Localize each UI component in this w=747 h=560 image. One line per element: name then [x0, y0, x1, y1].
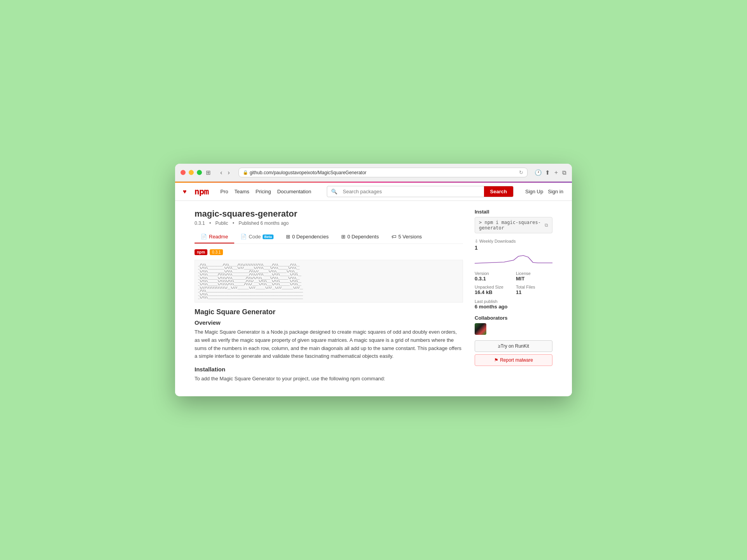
last-publish-section: Last publish 6 months ago	[475, 299, 552, 310]
nav-pricing[interactable]: Pricing	[256, 189, 271, 194]
new-tab-icon[interactable]: ＋	[553, 169, 559, 176]
total-files-meta-item: Total Files 11	[516, 285, 552, 295]
deps-icon: ⊞	[286, 234, 290, 240]
lock-icon: 🔒	[243, 170, 248, 175]
tab-readme-label: Readme	[209, 234, 228, 240]
report-btn-label: Report malware	[500, 357, 533, 363]
beta-badge: Beta	[263, 234, 274, 239]
overview-title: Overview	[195, 319, 463, 326]
npm-site: ♥ npm Pro Teams Pricing Documentation 🔍 …	[175, 183, 572, 396]
license-value: MIT	[516, 276, 552, 282]
traffic-light-green[interactable]	[197, 170, 202, 175]
pkg-published: Published 6 months ago	[238, 220, 289, 226]
install-label: Install	[475, 209, 552, 215]
version-value: 0.3.1	[475, 276, 511, 282]
nav-pro[interactable]: Pro	[220, 189, 228, 194]
versions-icon: 🏷	[391, 234, 396, 240]
collaborators-label: Collaborators	[475, 315, 552, 321]
npm-logo: npm	[195, 187, 209, 196]
pkg-bullet1: •	[209, 220, 211, 226]
tab-dependencies[interactable]: ⊞ 0 Dependencies	[280, 231, 335, 243]
sidebar-toggle-button[interactable]: ⊞	[205, 168, 212, 177]
installation-title: Installation	[195, 366, 463, 373]
history-icon[interactable]: 🕐	[535, 169, 542, 176]
tab-versions-label: 5 Versions	[398, 234, 422, 240]
total-files-label: Total Files	[516, 285, 552, 289]
last-publish-value: 6 months ago	[475, 304, 552, 310]
license-meta-item: License MIT	[516, 271, 552, 282]
npm-search-bar: 🔍 Search	[327, 186, 514, 197]
installation-text: To add the Magic Square Generator to you…	[195, 375, 463, 383]
traffic-light-red[interactable]	[181, 170, 186, 175]
weekly-downloads-label: ⇩ Weekly Downloads	[475, 239, 552, 244]
downloads-chart-svg	[475, 252, 552, 264]
collaborator-avatar[interactable]	[475, 323, 486, 335]
npm-content: magic-squares-generator 0.3.1 • Public •…	[195, 209, 463, 388]
share-icon[interactable]: ⬆	[545, 169, 550, 176]
last-publish-label: Last publish	[475, 299, 552, 304]
npm-auth-links: Sign Up Sign in	[525, 189, 563, 194]
npm-nav-links: Pro Teams Pricing Documentation	[220, 189, 311, 194]
address-bar[interactable]: 🔒 ↻	[238, 168, 528, 177]
browser-chrome: ⊞ ‹ › 🔒 ↻ 🕐 ⬆ ＋ ⧉	[175, 164, 572, 182]
package-meta: 0.3.1 • Public • Published 6 months ago	[195, 220, 463, 226]
browser-window: ⊞ ‹ › 🔒 ↻ 🕐 ⬆ ＋ ⧉ ♥	[175, 164, 572, 396]
badge-version: 0.3.1	[210, 249, 223, 255]
code-icon: 📄	[240, 234, 247, 240]
tab-versions[interactable]: 🏷 5 Versions	[385, 231, 428, 243]
browser-actions: 🕐 ⬆ ＋ ⧉	[535, 169, 566, 176]
sign-up-link[interactable]: Sign Up	[525, 189, 543, 194]
package-title: magic-squares-generator	[195, 209, 463, 219]
runkit-button[interactable]: ≥Try on RunKit	[475, 340, 552, 352]
install-box[interactable]: > npm i magic-squares-generator ⧉	[475, 217, 552, 233]
ascii-art-display: _/\\\__________/\\\_____/\\\/////////\\\…	[195, 260, 463, 303]
unpacked-size-value: 16.4 kB	[475, 289, 511, 295]
dependents-icon: ⊞	[341, 234, 345, 240]
copy-icon[interactable]: ⧉	[545, 222, 548, 228]
npm-top-nav: ♥ npm Pro Teams Pricing Documentation 🔍 …	[175, 183, 572, 201]
forward-button[interactable]: ›	[226, 168, 231, 177]
url-input[interactable]	[250, 170, 519, 175]
tab-dependents-label: 0 Dependents	[347, 234, 379, 240]
downloads-section: ⇩ Weekly Downloads 1	[475, 239, 552, 266]
tab-overview-icon[interactable]: ⧉	[562, 169, 566, 176]
tab-deps-label: 0 Dependencies	[292, 234, 329, 240]
tab-code[interactable]: 📄 Code Beta	[234, 231, 280, 243]
tab-code-label: Code	[249, 234, 261, 240]
refresh-icon[interactable]: ↻	[519, 170, 523, 175]
unpacked-size-meta-item: Unpacked Size 16.4 kB	[475, 285, 511, 295]
nav-documentation[interactable]: Documentation	[277, 189, 311, 194]
pkg-tabs: 📄 Readme 📄 Code Beta ⊞ 0 Dependencies ⊞	[195, 231, 463, 244]
back-button[interactable]: ‹	[219, 168, 224, 177]
collaborators-section: Collaborators	[475, 315, 552, 336]
install-section: Install > npm i magic-squares-generator …	[475, 209, 552, 233]
tab-readme[interactable]: 📄 Readme	[195, 231, 234, 243]
heart-icon: ♥	[183, 188, 187, 195]
search-button[interactable]: Search	[484, 186, 513, 197]
install-command: > npm i magic-squares-generator	[479, 220, 545, 231]
flag-icon: ⚑	[494, 357, 498, 363]
license-label: License	[516, 271, 552, 276]
browser-titlebar: ⊞ ‹ › 🔒 ↻ 🕐 ⬆ ＋ ⧉	[181, 168, 566, 177]
unpacked-size-label: Unpacked Size	[475, 285, 511, 289]
pkg-version-meta: 0.3.1	[195, 220, 205, 226]
search-input[interactable]	[341, 186, 484, 197]
npm-sidebar: Install > npm i magic-squares-generator …	[475, 209, 552, 388]
readme-icon: 📄	[201, 234, 207, 240]
sign-in-link[interactable]: Sign in	[548, 189, 563, 194]
badge-npm: npm	[195, 249, 207, 255]
search-icon: 🔍	[327, 186, 341, 197]
pkg-badges: npm 0.3.1	[195, 249, 463, 255]
nav-teams[interactable]: Teams	[234, 189, 249, 194]
main-heading: Magic Square Generator	[195, 308, 463, 316]
report-malware-button[interactable]: ⚑ Report malware	[475, 354, 552, 366]
tab-dependents[interactable]: ⊞ 0 Dependents	[335, 231, 385, 243]
pkg-visibility: Public	[216, 220, 228, 226]
pkg-bullet2: •	[233, 220, 234, 226]
traffic-light-yellow[interactable]	[189, 170, 194, 175]
npm-main: magic-squares-generator 0.3.1 • Public •…	[175, 201, 572, 396]
overview-text: The Magic Square Generator is a Node.js …	[195, 328, 463, 360]
total-files-value: 11	[516, 289, 552, 295]
meta-grid: Version 0.3.1 License MIT Unpacked Size …	[475, 271, 552, 295]
browser-controls: ‹ ›	[219, 168, 231, 177]
